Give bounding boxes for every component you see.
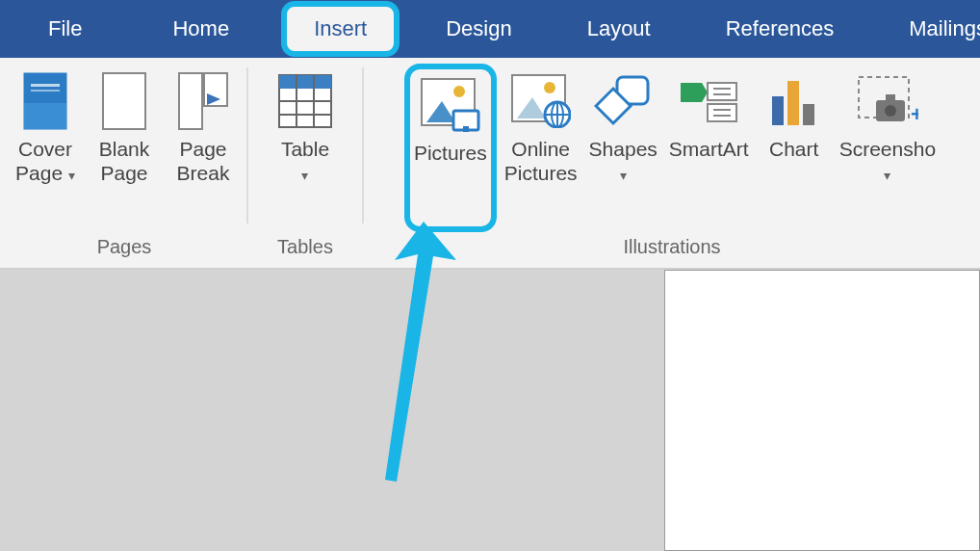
svg-rect-18 xyxy=(463,126,469,132)
tab-insert[interactable]: Insert xyxy=(281,1,400,57)
pictures-label: Pictures xyxy=(414,141,487,165)
tab-mailings[interactable]: Mailings xyxy=(886,5,980,53)
svg-rect-35 xyxy=(772,96,784,125)
group-tables: Table▾ Tables xyxy=(248,58,362,268)
shapes-button[interactable]: Shapes▾ xyxy=(583,64,663,232)
chevron-down-icon: ▾ xyxy=(884,168,890,183)
svg-rect-4 xyxy=(103,73,145,129)
svg-point-20 xyxy=(544,82,555,93)
svg-rect-2 xyxy=(31,84,60,87)
blank-page-icon xyxy=(90,67,158,135)
online-pictures-icon xyxy=(507,67,575,135)
blank-page-label: Blank Page xyxy=(99,137,150,185)
page-break-icon xyxy=(169,67,237,135)
svg-rect-30 xyxy=(708,104,736,121)
smartart-button[interactable]: SmartArt xyxy=(663,64,755,232)
table-label: Table▾ xyxy=(281,137,329,185)
tab-design[interactable]: Design xyxy=(423,5,534,53)
group-illustrations-label: Illustrations xyxy=(623,232,720,264)
group-tables-label: Tables xyxy=(277,232,333,264)
svg-point-15 xyxy=(453,86,465,97)
table-button[interactable]: Table▾ xyxy=(252,64,358,232)
cover-page-icon xyxy=(12,67,79,135)
svg-rect-36 xyxy=(787,81,799,125)
svg-rect-40 xyxy=(886,94,895,102)
page-break-button[interactable]: Page Break xyxy=(164,64,243,232)
tab-home[interactable]: Home xyxy=(149,5,252,53)
pictures-icon xyxy=(417,71,484,139)
tab-references[interactable]: References xyxy=(703,5,858,53)
svg-rect-29 xyxy=(708,83,736,100)
screenshot-icon: + xyxy=(854,67,921,135)
document-canvas[interactable] xyxy=(664,270,980,551)
svg-marker-28 xyxy=(681,83,708,102)
chart-icon xyxy=(761,67,828,135)
svg-rect-37 xyxy=(803,104,814,125)
svg-rect-1 xyxy=(24,103,66,129)
screenshot-label: Screensho▾ xyxy=(839,137,936,185)
table-icon xyxy=(271,67,339,135)
ribbon-tabs: File Home Insert Design Layout Reference… xyxy=(0,0,980,58)
pictures-button[interactable]: Pictures xyxy=(404,64,497,232)
ribbon: Cover Page ▾ Blank Page Page Break Pages xyxy=(0,58,980,270)
chevron-down-icon: ▾ xyxy=(301,168,308,183)
shapes-label: Shapes▾ xyxy=(589,137,658,185)
cover-page-button[interactable]: Cover Page ▾ xyxy=(6,64,85,232)
tab-layout[interactable]: Layout xyxy=(564,5,674,53)
chart-label: Chart xyxy=(769,137,818,161)
svg-rect-5 xyxy=(179,73,202,129)
chevron-down-icon: ▾ xyxy=(68,168,75,183)
shapes-icon xyxy=(589,67,657,135)
group-pages-label: Pages xyxy=(97,232,152,264)
tab-file[interactable]: File xyxy=(25,5,105,53)
svg-rect-9 xyxy=(279,75,331,89)
blank-page-button[interactable]: Blank Page xyxy=(85,64,164,232)
cover-page-label: Cover Page ▾ xyxy=(15,137,75,185)
svg-rect-3 xyxy=(31,90,60,92)
group-pages: Cover Page ▾ Blank Page Page Break Pages xyxy=(0,58,246,268)
chart-button[interactable]: Chart xyxy=(755,64,834,232)
page-break-label: Page Break xyxy=(177,137,230,185)
online-pictures-label: Online Pictures xyxy=(504,137,578,185)
screenshot-button[interactable]: + Screensho▾ xyxy=(834,64,941,232)
chevron-down-icon: ▾ xyxy=(620,168,627,183)
group-illustrations: Pictures Online Pictures Shapes▾ SmartAr… xyxy=(364,58,980,268)
svg-text:+: + xyxy=(911,102,918,126)
svg-point-41 xyxy=(885,105,896,117)
smartart-label: SmartArt xyxy=(669,137,749,161)
online-pictures-button[interactable]: Online Pictures xyxy=(499,64,583,232)
smartart-icon xyxy=(675,67,742,135)
